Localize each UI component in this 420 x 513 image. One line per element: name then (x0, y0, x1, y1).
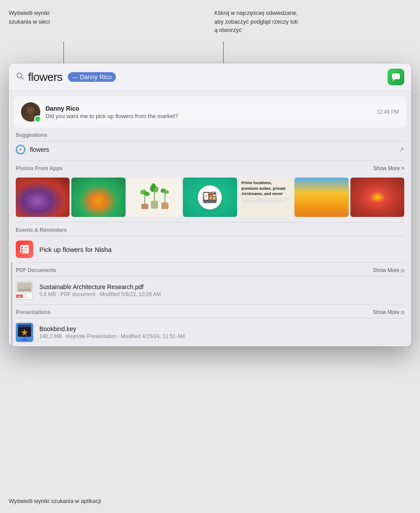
svg-rect-46 (18, 325, 31, 327)
photos-title: Photos From Apps (16, 165, 63, 171)
svg-rect-49 (21, 339, 28, 341)
bracket-section: PDF Documents Show More ⊡ (9, 262, 411, 346)
photo-thumb-4[interactable]: 🍱 (183, 178, 237, 217)
svg-rect-15 (151, 201, 158, 209)
suggestion-arrow: ↗ (399, 146, 404, 153)
svg-rect-14 (141, 204, 148, 209)
svg-rect-39 (18, 294, 28, 295)
svg-point-28 (21, 247, 23, 248)
keynote-file-details: Bookbind.key 140.2 MB · Keynote Presenta… (39, 325, 404, 339)
messages-badge (34, 115, 41, 122)
photo-thumb-3[interactable] (127, 178, 181, 217)
svg-point-30 (21, 252, 23, 254)
pdf-header: PDF Documents Show More ⊡ (9, 263, 411, 276)
pdf-section: PDF Documents Show More ⊡ (9, 262, 411, 304)
search-query-text[interactable]: flowers (28, 70, 63, 84)
message-time: 12:49 PM (377, 109, 399, 115)
suggestions-title: Suggestions (16, 132, 47, 138)
events-title: Events & Reminders (16, 227, 67, 233)
search-bar: flowers — Danny Rico (9, 63, 411, 91)
search-filter-pill[interactable]: — Danny Rico (68, 72, 116, 82)
pdf-file-item[interactable]: PDF Sustainable Architecture Research.pd… (9, 276, 411, 304)
message-result[interactable]: Danny Rico Did you want me to pick up fl… (14, 96, 406, 128)
pdf-show-more-icon: ⊡ (401, 268, 404, 273)
callout-line-right (223, 42, 224, 66)
photo-thumb-1[interactable] (16, 178, 70, 217)
svg-point-4 (27, 106, 35, 114)
suggestion-item[interactable]: flowers ↗ (9, 141, 411, 158)
svg-rect-37 (18, 289, 31, 291)
photos-section: Photos From Apps Show More > (9, 161, 411, 222)
svg-point-29 (21, 249, 23, 251)
pdf-title: PDF Documents (16, 267, 56, 273)
keynote-file-meta: 140.2 MB · Keynote Presentation · Modifi… (39, 333, 404, 339)
photo-thumb-6[interactable] (294, 178, 348, 217)
pdf-file-name: Sustainable Architecture Research.pdf (39, 283, 404, 290)
search-results: Danny Rico Did you want me to pick up fl… (9, 96, 411, 346)
events-header: Events & Reminders (9, 223, 411, 236)
svg-text:PDF: PDF (18, 296, 22, 298)
photo-thumb-7[interactable] (350, 178, 404, 217)
photos-header: Photos From Apps Show More > (9, 161, 411, 174)
message-sender: Danny Rico (46, 105, 371, 112)
svg-line-1 (21, 77, 24, 79)
message-content: Danny Rico Did you want me to pick up fl… (46, 105, 371, 119)
annotation-app-search: Wyświetli wyniki szukania w aplikacji (9, 498, 101, 504)
reminder-item[interactable]: Pick up flowers for Nisha (9, 236, 411, 262)
photos-grid: 🍱 Prime locations,premium suites, privat… (9, 174, 411, 222)
svg-point-23 (151, 183, 156, 188)
search-icon (16, 72, 24, 83)
presentations-show-more[interactable]: Show More ⊡ (373, 309, 404, 315)
suggestion-text: flowers (30, 146, 395, 153)
annotation-preview: Kliknij w najczęściej odwiedzane, aby zo… (214, 9, 298, 35)
suggestions-header: Suggestions (9, 128, 411, 141)
svg-rect-2 (392, 73, 400, 79)
photo-thumb-2[interactable] (71, 178, 125, 217)
safari-icon (16, 145, 25, 154)
presentations-show-more-icon: ⊡ (401, 310, 404, 315)
pdf-file-meta: 5.6 MB · PDF document · Modified 5/8/23,… (39, 291, 404, 297)
annotation-web-search: Wyświetli wyniki szukania w sieci (9, 9, 50, 26)
pdf-file-details: Sustainable Architecture Research.pdf 5.… (39, 283, 404, 297)
filter-dash: — (72, 73, 78, 80)
pdf-show-more[interactable]: Show More ⊡ (373, 267, 404, 273)
spotlight-window: flowers — Danny Rico (9, 63, 411, 346)
presentations-title: Presentations (16, 309, 50, 315)
reminder-text: Pick up flowers for Nisha (39, 246, 112, 253)
pdf-file-icon: PDF (16, 281, 33, 300)
left-bracket-bar (11, 262, 12, 346)
keynote-file-item[interactable]: Bookbind.key 140.2 MB · Keynote Presenta… (9, 318, 411, 346)
photo-thumb-5[interactable]: Prime locations,premium suites, privateA… (239, 178, 293, 217)
photos-show-more[interactable]: Show More > (373, 165, 404, 171)
svg-rect-16 (161, 202, 168, 209)
events-section: Events & Reminders Pick up (9, 222, 411, 262)
reminders-app-icon (16, 241, 33, 258)
presentations-section: Presentations Show More ⊡ (9, 304, 411, 346)
filter-label: Danny Rico (80, 73, 112, 80)
messages-app-icon[interactable] (388, 69, 404, 85)
keynote-file-name: Bookbind.key (39, 325, 404, 332)
presentations-header: Presentations Show More ⊡ (9, 305, 411, 318)
keynote-file-icon (16, 323, 33, 342)
message-text: Did you want me to pick up flowers from … (46, 113, 371, 119)
